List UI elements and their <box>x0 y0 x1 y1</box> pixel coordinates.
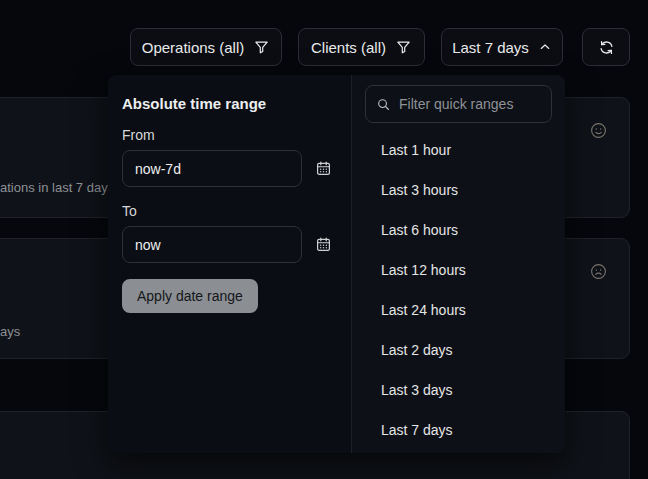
quick-range-option[interactable]: Last 12 hours <box>352 250 565 290</box>
from-input[interactable] <box>122 150 302 187</box>
funnel-icon <box>253 39 270 56</box>
card-subtitle-partial: ays <box>0 324 20 339</box>
quick-range-option[interactable]: Last 7 days <box>352 410 565 450</box>
quick-range-option[interactable]: Last 2 days <box>352 330 565 370</box>
refresh-icon <box>598 39 615 56</box>
absolute-time-range-section: Absolute time range From To Apply date r… <box>108 75 352 453</box>
time-range-picker-button[interactable]: Last 7 days <box>441 28 563 66</box>
operations-filter-button[interactable]: Operations (all) <box>130 28 282 66</box>
funnel-icon <box>395 39 412 56</box>
smiley-face-icon <box>589 121 608 140</box>
calendar-icon <box>315 241 332 256</box>
quick-range-option[interactable]: Last 24 hours <box>352 290 565 330</box>
calendar-icon <box>315 165 332 180</box>
quick-range-option[interactable]: Last 6 hours <box>352 210 565 250</box>
apply-date-range-button[interactable]: Apply date range <box>122 279 258 313</box>
quick-ranges-section: Last 1 hourLast 3 hoursLast 6 hoursLast … <box>352 75 565 453</box>
refresh-button[interactable] <box>582 28 630 66</box>
quick-ranges-list: Last 1 hourLast 3 hoursLast 6 hoursLast … <box>352 130 565 450</box>
to-input[interactable] <box>122 226 302 263</box>
card-subtitle-partial: ations in last 7 days <box>0 180 114 195</box>
from-calendar-button[interactable] <box>315 160 332 177</box>
quick-range-option[interactable]: Last 3 hours <box>352 170 565 210</box>
to-label: To <box>122 203 337 219</box>
clients-filter-button[interactable]: Clients (all) <box>298 28 425 66</box>
time-range-label: Last 7 days <box>452 39 529 56</box>
to-calendar-button[interactable] <box>315 236 332 253</box>
filter-quick-ranges-input[interactable] <box>365 85 552 123</box>
chevron-up-icon <box>538 40 552 54</box>
from-label: From <box>122 127 337 143</box>
time-range-dropdown-panel: Absolute time range From To Apply date r… <box>108 75 565 453</box>
search-icon <box>376 97 391 112</box>
clients-filter-label: Clients (all) <box>311 39 386 56</box>
quick-range-option[interactable]: Last 3 days <box>352 370 565 410</box>
operations-filter-label: Operations (all) <box>142 39 245 56</box>
quick-range-option[interactable]: Last 1 hour <box>352 130 565 170</box>
frown-face-icon <box>589 262 608 281</box>
absolute-time-range-title: Absolute time range <box>122 95 337 112</box>
